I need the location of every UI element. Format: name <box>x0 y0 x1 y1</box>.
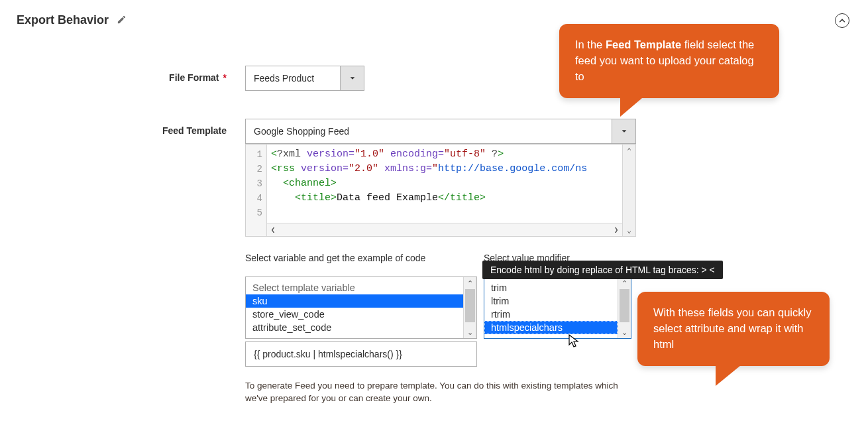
scroll-down-icon[interactable]: ⌄ <box>627 224 631 236</box>
scroll-down-icon[interactable]: ⌄ <box>618 326 631 338</box>
scrollbar-vertical[interactable]: ⌃ ⌄ <box>618 277 631 338</box>
edit-icon[interactable] <box>117 15 127 27</box>
list-item[interactable]: store_view_code <box>246 308 463 321</box>
list-item[interactable]: ltrim <box>484 294 618 308</box>
feed-template-value: Google Shopping Feed <box>246 126 612 137</box>
list-item[interactable]: rtrim <box>484 308 618 321</box>
scrollbar-vertical[interactable]: ⌃ ⌄ <box>463 277 476 338</box>
list-item[interactable]: htmlspecialchars <box>484 321 618 334</box>
annotation-callout: In the Feed Template field select the fe… <box>559 24 779 98</box>
list-item[interactable]: Select template variable <box>246 281 463 294</box>
file-format-label: File Format* <box>17 66 245 83</box>
scroll-up-icon[interactable]: ⌃ <box>464 277 476 289</box>
scroll-up-icon[interactable]: ⌃ <box>627 145 631 156</box>
scrollbar-horizontal[interactable]: ❮ ❯ <box>267 223 622 236</box>
file-format-value: Feeds Product <box>246 73 340 84</box>
modifier-listbox[interactable]: trimltrimrtrimhtmlspecialchars ⌃ ⌄ <box>484 277 631 339</box>
feed-template-label: Feed Template <box>17 119 245 136</box>
list-item[interactable]: trim <box>484 281 618 294</box>
list-item[interactable]: attribute_set_code <box>246 321 463 334</box>
scroll-left-icon[interactable]: ❮ <box>267 225 279 234</box>
scroll-right-icon[interactable]: ❯ <box>610 225 622 234</box>
scroll-down-icon[interactable]: ⌄ <box>464 326 476 338</box>
code-gutter: 12345 <box>246 145 267 236</box>
feed-template-select[interactable]: Google Shopping Feed <box>245 119 636 144</box>
annotation-callout: With these fields you can quickly select… <box>637 292 830 366</box>
chevron-down-icon[interactable] <box>340 66 364 90</box>
section-title: Export Behavior <box>17 13 109 27</box>
template-note: To generate Feed you need to prepare tem… <box>245 380 636 405</box>
chevron-down-icon[interactable] <box>612 119 635 143</box>
variable-listbox[interactable]: Select template variableskustore_view_co… <box>245 277 477 339</box>
modifier-tooltip: Encode html by doing replace of HTML tag… <box>482 261 723 279</box>
variable-helper-label: Select variable and get the example of c… <box>245 253 477 263</box>
code-lines[interactable]: <?xml version="1.0" encoding="utf-8" ?><… <box>267 145 622 223</box>
list-item[interactable]: sku <box>246 294 463 308</box>
collapse-icon[interactable] <box>835 13 849 28</box>
scrollbar-vertical[interactable]: ⌃ ⌄ <box>622 145 635 236</box>
file-format-select[interactable]: Feeds Product <box>245 66 364 91</box>
code-sample-output: {{ product.sku | htmlspecialchars() }} <box>245 341 477 367</box>
feed-template-code[interactable]: 12345 <?xml version="1.0" encoding="utf-… <box>245 144 636 237</box>
